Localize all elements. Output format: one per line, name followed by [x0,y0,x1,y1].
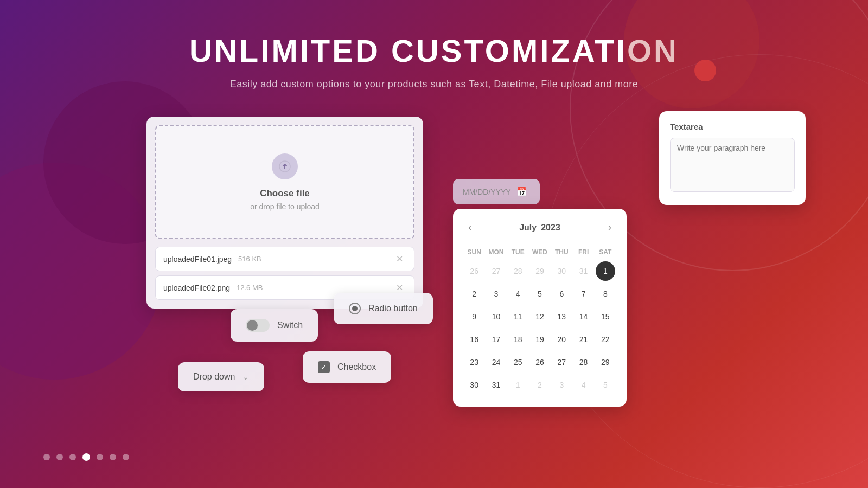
day-header-sun: SUN [464,245,484,259]
cal-day-1-selected[interactable]: 1 [596,261,615,281]
file-info-2: uploadedFile02.png 12.6 MB [163,284,263,292]
cal-day[interactable]: 4 [508,284,528,304]
dropdown-label: Drop down [193,372,235,382]
pagination-dot-3[interactable] [69,454,76,460]
switch-widget: Switch [231,309,318,342]
cal-day[interactable]: 16 [464,330,484,349]
file-info-1: uploadedFile01.jpeg 516 KB [163,255,261,264]
calendar-year: 2023 [541,223,560,233]
cal-day[interactable]: 14 [574,307,593,326]
pagination-dots [43,453,129,461]
cal-day[interactable]: 27 [486,261,506,281]
cal-day[interactable]: 10 [486,307,506,326]
toggle-thumb [247,320,258,331]
cal-day[interactable]: 18 [508,330,528,349]
calendar-month: July [519,223,537,233]
pagination-dot-5[interactable] [97,454,103,460]
cal-day[interactable]: 28 [508,261,528,281]
pagination-dot-6[interactable] [110,454,116,460]
date-placeholder: MM/DD/YYYY [463,188,511,196]
cal-day[interactable]: 24 [486,352,506,372]
cal-day[interactable]: 7 [574,284,593,304]
textarea-input[interactable] [670,138,795,192]
drop-text: or drop file to upload [167,202,403,211]
cal-day[interactable]: 23 [464,352,484,372]
pagination-dot-7[interactable] [123,454,129,460]
cal-day[interactable]: 20 [552,330,571,349]
cal-day[interactable]: 11 [508,307,528,326]
choose-file-text: Choose file [167,188,403,199]
cal-day[interactable]: 13 [552,307,571,326]
file-upload-widget: Choose file or drop file to upload uploa… [146,117,423,309]
calendar-prev-button[interactable]: ‹ [464,220,476,235]
cal-day[interactable]: 21 [574,330,593,349]
cal-day[interactable]: 25 [508,352,528,372]
file-size-1: 516 KB [238,255,261,263]
cal-day[interactable]: 26 [464,261,484,281]
remove-file-2[interactable]: ✕ [393,281,406,294]
cal-day[interactable]: 29 [530,261,550,281]
cal-day[interactable]: 12 [530,307,550,326]
day-header-mon: MON [486,245,506,259]
cal-day[interactable]: 8 [596,284,615,304]
cal-day[interactable]: 4 [574,375,593,395]
pagination-dot-2[interactable] [56,454,63,460]
cal-day[interactable]: 3 [552,375,571,395]
cal-day[interactable]: 2 [530,375,550,395]
cal-day[interactable]: 27 [552,352,571,372]
radio-inner [352,306,358,311]
dropdown-widget[interactable]: Drop down ⌄ [178,362,264,391]
dropzone[interactable]: Choose file or drop file to upload [155,125,414,239]
checkbox-label: Checkbox [337,362,376,372]
calendar-header: ‹ July 2023 › [464,220,616,235]
cal-day[interactable]: 3 [486,284,506,304]
cal-day[interactable]: 30 [464,375,484,395]
date-input-widget: MM/DD/YYYY 📅 [453,179,540,204]
day-header-fri: FRI [573,245,593,259]
cal-day[interactable]: 26 [530,352,550,372]
bg-dot [694,60,716,81]
cal-day[interactable]: 5 [530,284,550,304]
pagination-dot-4-active[interactable] [82,453,90,461]
calendar-next-button[interactable]: › [604,220,616,235]
cal-day[interactable]: 22 [596,330,615,349]
radio-label: Radio button [368,304,418,313]
switch-label: Switch [277,320,303,330]
day-header-wed: WED [529,245,550,259]
toggle-track[interactable] [246,319,270,332]
file-size-2: 12.6 MB [237,284,263,292]
cal-day[interactable]: 19 [530,330,550,349]
cal-day[interactable]: 31 [486,375,506,395]
cal-day[interactable]: 31 [574,261,593,281]
calendar-icon: 📅 [516,187,527,197]
day-header-thu: THU [551,245,572,259]
calendar-grid: SUN MON TUE WED THU FRI SAT 26 27 28 29 … [464,245,616,396]
checkbox-widget: ✓ Checkbox [303,351,391,383]
checkbox-icon[interactable]: ✓ [318,361,330,373]
cal-day[interactable]: 2 [464,284,484,304]
chevron-down-icon: ⌄ [242,373,249,381]
file-name-2: uploadedFile02.png [163,284,230,292]
textarea-label: Textarea [670,122,795,131]
cal-day[interactable]: 1 [508,375,528,395]
radio-widget: Radio button [334,293,433,324]
cal-day[interactable]: 28 [574,352,593,372]
cal-day[interactable]: 5 [596,375,615,395]
file-name-1: uploadedFile01.jpeg [163,255,232,264]
calendar-month-year: July 2023 [519,223,560,233]
cal-day[interactable]: 6 [552,284,571,304]
day-header-sat: SAT [595,245,616,259]
file-row-1: uploadedFile01.jpeg 516 KB ✕ [155,247,414,271]
calendar-widget: ‹ July 2023 › SUN MON TUE WED THU FRI SA… [453,209,627,407]
date-input[interactable]: MM/DD/YYYY 📅 [453,179,540,204]
remove-file-1[interactable]: ✕ [393,253,406,265]
cal-day[interactable]: 17 [486,330,506,349]
cal-day[interactable]: 15 [596,307,615,326]
upload-icon [272,153,298,179]
cal-day[interactable]: 9 [464,307,484,326]
cal-day[interactable]: 30 [552,261,571,281]
cal-day[interactable]: 29 [596,352,615,372]
radio-icon[interactable] [349,303,361,314]
pagination-dot-1[interactable] [43,454,50,460]
textarea-widget: Textarea [659,111,806,205]
